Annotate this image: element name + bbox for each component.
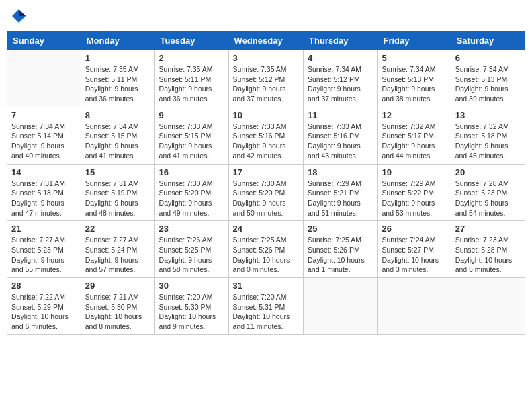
calendar-cell: 31Sunrise: 7:20 AMSunset: 5:31 PMDayligh… — [228, 278, 303, 335]
calendar-cell: 28Sunrise: 7:22 AMSunset: 5:29 PMDayligh… — [7, 278, 81, 335]
day-info: Sunrise: 7:31 AMSunset: 5:18 PMDaylight:… — [11, 179, 77, 218]
calendar-cell: 6Sunrise: 7:34 AMSunset: 5:13 PMDaylight… — [451, 50, 525, 107]
day-info: Sunrise: 7:29 AMSunset: 5:21 PMDaylight:… — [308, 179, 373, 218]
day-info: Sunrise: 7:27 AMSunset: 5:23 PMDaylight:… — [11, 235, 77, 275]
day-number: 15 — [85, 167, 150, 177]
calendar-cell: 12Sunrise: 7:32 AMSunset: 5:17 PMDayligh… — [378, 107, 451, 164]
weekday-header-row: SundayMondayTuesdayWednesdayThursdayFrid… — [7, 32, 525, 50]
calendar-cell: 27Sunrise: 7:23 AMSunset: 5:28 PMDayligh… — [451, 221, 525, 278]
day-info: Sunrise: 7:26 AMSunset: 5:25 PMDaylight:… — [159, 235, 224, 275]
day-number: 19 — [382, 167, 446, 177]
calendar-cell: 21Sunrise: 7:27 AMSunset: 5:23 PMDayligh… — [7, 221, 81, 278]
day-info: Sunrise: 7:25 AMSunset: 5:26 PMDaylight:… — [308, 235, 373, 275]
day-info: Sunrise: 7:33 AMSunset: 5:15 PMDaylight:… — [159, 122, 224, 161]
day-number: 28 — [11, 281, 77, 291]
day-info: Sunrise: 7:22 AMSunset: 5:29 PMDaylight:… — [11, 292, 77, 332]
calendar-cell: 9Sunrise: 7:33 AMSunset: 5:15 PMDaylight… — [154, 107, 228, 164]
day-info: Sunrise: 7:34 AMSunset: 5:13 PMDaylight:… — [455, 64, 521, 104]
day-number: 10 — [233, 110, 299, 120]
logo-icon — [9, 7, 28, 26]
calendar-cell: 26Sunrise: 7:24 AMSunset: 5:27 PMDayligh… — [378, 221, 451, 278]
calendar: SundayMondayTuesdayWednesdayThursdayFrid… — [7, 31, 525, 335]
day-number: 22 — [85, 224, 150, 234]
day-info: Sunrise: 7:34 AMSunset: 5:14 PMDaylight:… — [11, 122, 77, 161]
logo — [9, 7, 31, 26]
weekday-header: Thursday — [304, 32, 378, 50]
day-number: 12 — [382, 110, 446, 120]
day-info: Sunrise: 7:23 AMSunset: 5:28 PMDaylight:… — [455, 235, 521, 275]
day-info: Sunrise: 7:35 AMSunset: 5:12 PMDaylight:… — [233, 64, 299, 104]
day-info: Sunrise: 7:35 AMSunset: 5:11 PMDaylight:… — [85, 64, 150, 104]
week-row: 28Sunrise: 7:22 AMSunset: 5:29 PMDayligh… — [7, 278, 525, 335]
day-info: Sunrise: 7:34 AMSunset: 5:15 PMDaylight:… — [85, 122, 150, 161]
calendar-cell: 1Sunrise: 7:35 AMSunset: 5:11 PMDaylight… — [81, 50, 154, 107]
day-info: Sunrise: 7:33 AMSunset: 5:16 PMDaylight:… — [308, 122, 373, 161]
day-info: Sunrise: 7:21 AMSunset: 5:30 PMDaylight:… — [85, 292, 150, 332]
day-number: 5 — [382, 53, 446, 63]
calendar-cell: 17Sunrise: 7:30 AMSunset: 5:20 PMDayligh… — [228, 164, 303, 221]
day-info: Sunrise: 7:20 AMSunset: 5:31 PMDaylight:… — [233, 292, 299, 332]
calendar-cell — [304, 278, 378, 335]
calendar-cell: 10Sunrise: 7:33 AMSunset: 5:16 PMDayligh… — [228, 107, 303, 164]
day-number: 29 — [85, 281, 150, 291]
day-number: 31 — [233, 281, 299, 291]
day-info: Sunrise: 7:32 AMSunset: 5:18 PMDaylight:… — [455, 122, 521, 161]
calendar-cell: 14Sunrise: 7:31 AMSunset: 5:18 PMDayligh… — [7, 164, 81, 221]
weekday-header: Monday — [81, 32, 154, 50]
day-info: Sunrise: 7:25 AMSunset: 5:26 PMDaylight:… — [233, 235, 299, 275]
weekday-header: Sunday — [7, 32, 81, 50]
day-info: Sunrise: 7:31 AMSunset: 5:19 PMDaylight:… — [85, 179, 150, 218]
day-number: 21 — [11, 224, 77, 234]
day-info: Sunrise: 7:30 AMSunset: 5:20 PMDaylight:… — [233, 179, 299, 218]
calendar-cell: 20Sunrise: 7:28 AMSunset: 5:23 PMDayligh… — [451, 164, 525, 221]
header — [7, 7, 525, 26]
calendar-cell: 15Sunrise: 7:31 AMSunset: 5:19 PMDayligh… — [81, 164, 154, 221]
calendar-cell: 18Sunrise: 7:29 AMSunset: 5:21 PMDayligh… — [304, 164, 378, 221]
calendar-cell: 8Sunrise: 7:34 AMSunset: 5:15 PMDaylight… — [81, 107, 154, 164]
calendar-cell — [378, 278, 451, 335]
calendar-cell: 11Sunrise: 7:33 AMSunset: 5:16 PMDayligh… — [304, 107, 378, 164]
calendar-cell: 4Sunrise: 7:34 AMSunset: 5:12 PMDaylight… — [304, 50, 378, 107]
calendar-cell — [451, 278, 525, 335]
calendar-cell: 5Sunrise: 7:34 AMSunset: 5:13 PMDaylight… — [378, 50, 451, 107]
calendar-cell: 7Sunrise: 7:34 AMSunset: 5:14 PMDaylight… — [7, 107, 81, 164]
calendar-cell: 3Sunrise: 7:35 AMSunset: 5:12 PMDaylight… — [228, 50, 303, 107]
day-number: 26 — [382, 224, 446, 234]
day-info: Sunrise: 7:30 AMSunset: 5:20 PMDaylight:… — [159, 179, 224, 218]
calendar-cell: 23Sunrise: 7:26 AMSunset: 5:25 PMDayligh… — [154, 221, 228, 278]
calendar-cell: 22Sunrise: 7:27 AMSunset: 5:24 PMDayligh… — [81, 221, 154, 278]
day-number: 6 — [455, 53, 521, 63]
day-info: Sunrise: 7:34 AMSunset: 5:13 PMDaylight:… — [382, 64, 446, 104]
day-number: 16 — [159, 167, 224, 177]
day-number: 25 — [308, 224, 373, 234]
day-number: 9 — [159, 110, 224, 120]
day-number: 18 — [308, 167, 373, 177]
week-row: 14Sunrise: 7:31 AMSunset: 5:18 PMDayligh… — [7, 164, 525, 221]
day-info: Sunrise: 7:32 AMSunset: 5:17 PMDaylight:… — [382, 122, 446, 161]
calendar-cell: 29Sunrise: 7:21 AMSunset: 5:30 PMDayligh… — [81, 278, 154, 335]
weekday-header: Tuesday — [154, 32, 228, 50]
day-info: Sunrise: 7:28 AMSunset: 5:23 PMDaylight:… — [455, 179, 521, 218]
day-number: 30 — [159, 281, 224, 291]
day-info: Sunrise: 7:33 AMSunset: 5:16 PMDaylight:… — [233, 122, 299, 161]
calendar-cell — [7, 50, 81, 107]
day-number: 3 — [233, 53, 299, 63]
calendar-cell: 19Sunrise: 7:29 AMSunset: 5:22 PMDayligh… — [378, 164, 451, 221]
week-row: 7Sunrise: 7:34 AMSunset: 5:14 PMDaylight… — [7, 107, 525, 164]
day-number: 7 — [11, 110, 77, 120]
day-info: Sunrise: 7:35 AMSunset: 5:11 PMDaylight:… — [159, 64, 224, 104]
day-info: Sunrise: 7:20 AMSunset: 5:30 PMDaylight:… — [159, 292, 224, 332]
day-info: Sunrise: 7:29 AMSunset: 5:22 PMDaylight:… — [382, 179, 446, 218]
calendar-cell: 13Sunrise: 7:32 AMSunset: 5:18 PMDayligh… — [451, 107, 525, 164]
day-number: 23 — [159, 224, 224, 234]
calendar-cell: 30Sunrise: 7:20 AMSunset: 5:30 PMDayligh… — [154, 278, 228, 335]
day-number: 17 — [233, 167, 299, 177]
calendar-cell: 16Sunrise: 7:30 AMSunset: 5:20 PMDayligh… — [154, 164, 228, 221]
day-number: 11 — [308, 110, 373, 120]
calendar-cell: 25Sunrise: 7:25 AMSunset: 5:26 PMDayligh… — [304, 221, 378, 278]
weekday-header: Friday — [378, 32, 451, 50]
day-number: 24 — [233, 224, 299, 234]
day-info: Sunrise: 7:34 AMSunset: 5:12 PMDaylight:… — [308, 64, 373, 104]
day-number: 14 — [11, 167, 77, 177]
week-row: 21Sunrise: 7:27 AMSunset: 5:23 PMDayligh… — [7, 221, 525, 278]
